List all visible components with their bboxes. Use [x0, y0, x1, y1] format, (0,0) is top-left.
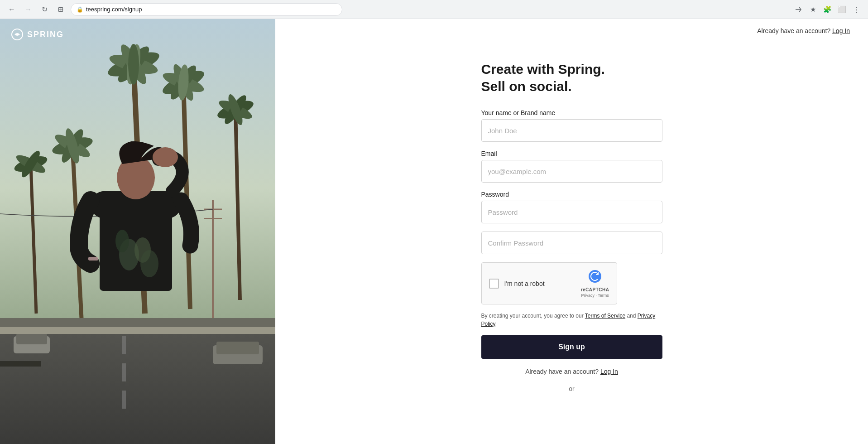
menu-icon[interactable]: ⋮ [850, 3, 863, 16]
share-icon[interactable] [792, 3, 805, 16]
confirm-password-input[interactable] [481, 232, 662, 254]
svg-rect-50 [0, 327, 275, 334]
headline: Create with Spring. Sell on social. [481, 61, 662, 95]
name-form-group: Your name or Brand name [481, 109, 662, 142]
or-divider: or [481, 385, 662, 401]
window-icon[interactable]: ⬜ [835, 3, 848, 16]
email-form-group: Email [481, 150, 662, 183]
terms-suffix: . [495, 321, 497, 327]
recaptcha-links: Privacy · Terms [581, 293, 609, 298]
reload-button[interactable]: ↻ [38, 3, 51, 16]
top-login-link[interactable]: Log In [832, 27, 850, 34]
headline-line1: Create with Spring. [481, 62, 605, 77]
email-label: Email [481, 150, 662, 157]
svg-rect-46 [16, 333, 47, 344]
svg-rect-3 [122, 363, 126, 381]
signup-button[interactable]: Sign up [481, 335, 662, 359]
top-login-bar: Already have an account? Log In [293, 19, 850, 43]
password-form-group: Password [481, 191, 662, 223]
lock-icon: 🔒 [77, 6, 83, 13]
email-input[interactable] [481, 160, 662, 183]
password-label: Password [481, 191, 662, 198]
bottom-login-text: Already have an account? Log In [481, 368, 662, 380]
name-input[interactable] [481, 119, 662, 142]
bottom-already-text: Already have an account? [525, 368, 599, 375]
terms-prefix: By creating your account, you agree to o… [481, 313, 585, 319]
logo: SPRING [0, 19, 75, 50]
svg-point-43 [153, 147, 178, 167]
svg-rect-44 [88, 257, 98, 261]
logo-text: SPRING [27, 30, 64, 39]
captcha-right: reCAPTCHA Privacy · Terms [581, 269, 609, 298]
svg-rect-2 [122, 336, 126, 354]
back-button[interactable]: ← [5, 3, 18, 16]
terms-of-service-link[interactable]: Terms of Service [585, 313, 625, 319]
confirm-password-form-group [481, 232, 662, 254]
already-have-account-text: Already have an account? [757, 27, 830, 34]
svg-point-42 [140, 250, 158, 277]
browser-actions: ★ 🧩 ⬜ ⋮ [792, 3, 863, 16]
browser-chrome: ← → ↻ 🔒 teespring.com/signup ★ 🧩 ⬜ ⋮ [0, 0, 868, 19]
recaptcha-brand: reCAPTCHA [581, 287, 609, 292]
hero-image-panel: SPRING [0, 19, 275, 444]
google-apps-button[interactable] [54, 3, 67, 16]
terms-middle: and [625, 313, 638, 319]
headline-line2: Sell on social. [481, 79, 572, 94]
svg-rect-4 [122, 391, 126, 409]
recaptcha-logo-icon [588, 269, 602, 286]
extensions-icon[interactable]: 🧩 [821, 3, 834, 16]
password-input[interactable] [481, 201, 662, 223]
captcha-left: I'm not a robot [489, 279, 545, 289]
svg-point-12 [128, 44, 139, 85]
terms-text: By creating your account, you agree to o… [481, 312, 662, 328]
address-bar[interactable]: 🔒 teespring.com/signup [71, 3, 342, 16]
signup-panel: Already have an account? Log In Create w… [275, 19, 868, 444]
hero-scene [0, 19, 275, 444]
captcha-label: I'm not a robot [504, 280, 545, 287]
svg-rect-49 [216, 342, 259, 354]
logo-icon [11, 28, 24, 41]
url-text: teespring.com/signup [86, 6, 142, 13]
main-layout: SPRING Already have an account? Log In C… [0, 19, 868, 444]
svg-point-41 [115, 230, 129, 252]
background-svg [0, 19, 275, 444]
forward-button[interactable]: → [22, 3, 34, 16]
name-label: Your name or Brand name [481, 109, 662, 116]
signup-form: Create with Spring. Sell on social. Your… [481, 43, 662, 401]
recaptcha-widget[interactable]: I'm not a robot reCAPTCHA Privacy · Term… [481, 262, 617, 304]
svg-rect-47 [0, 361, 41, 367]
bottom-login-link[interactable]: Log In [600, 368, 618, 375]
captcha-checkbox[interactable] [489, 279, 499, 289]
bookmark-icon[interactable]: ★ [806, 3, 819, 16]
